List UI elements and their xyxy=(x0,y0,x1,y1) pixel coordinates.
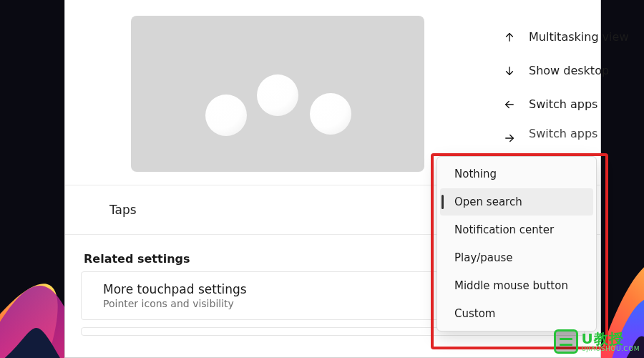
dropdown-item-notification-center[interactable]: Notification center xyxy=(440,216,593,243)
gesture-item-down[interactable]: Show desktop xyxy=(503,54,582,87)
gesture-action-list: Multitasking view Show desktop Switch ap… xyxy=(503,20,582,146)
watermark-url: UJIAOSHOU.COM xyxy=(581,346,640,352)
touch-dot xyxy=(310,93,351,135)
touch-dot xyxy=(205,95,247,136)
touch-dot xyxy=(257,74,298,116)
taps-label: Taps xyxy=(109,203,137,217)
dropdown-item-play-pause[interactable]: Play/pause xyxy=(440,244,593,271)
dropdown-item-middle-mouse[interactable]: Middle mouse button xyxy=(440,272,593,299)
watermark: U教授 UJIAOSHOU.COM xyxy=(554,329,640,354)
dropdown-item-label: Notification center xyxy=(454,223,554,236)
dropdown-item-label: Middle mouse button xyxy=(454,279,568,292)
gesture-action-dropdown[interactable]: Nothing Open search Notification center … xyxy=(436,156,597,332)
gesture-item-right[interactable]: Switch apps xyxy=(503,121,582,146)
dropdown-item-label: Nothing xyxy=(454,168,497,180)
gesture-label: Multitasking view xyxy=(529,30,628,44)
dropdown-item-open-search[interactable]: Open search xyxy=(440,188,593,216)
gesture-item-up[interactable]: Multitasking view xyxy=(503,20,582,54)
gesture-item-left[interactable]: Switch apps xyxy=(503,87,582,121)
gesture-label: Show desktop xyxy=(529,64,609,77)
dropdown-item-nothing[interactable]: Nothing xyxy=(440,160,593,188)
gesture-illustration xyxy=(131,16,424,172)
watermark-icon xyxy=(554,329,578,354)
watermark-text: U教授 xyxy=(581,332,640,346)
dropdown-item-label: Custom xyxy=(454,307,495,320)
arrow-down-icon xyxy=(503,64,516,77)
arrow-up-icon xyxy=(503,31,516,44)
dropdown-item-custom[interactable]: Custom xyxy=(440,300,593,327)
arrow-left-icon xyxy=(503,98,516,111)
dropdown-item-label: Play/pause xyxy=(454,251,513,264)
dropdown-item-label: Open search xyxy=(454,195,522,208)
arrow-right-icon xyxy=(503,132,516,145)
gesture-label: Switch apps xyxy=(529,97,597,111)
gesture-label: Switch apps xyxy=(529,127,597,140)
